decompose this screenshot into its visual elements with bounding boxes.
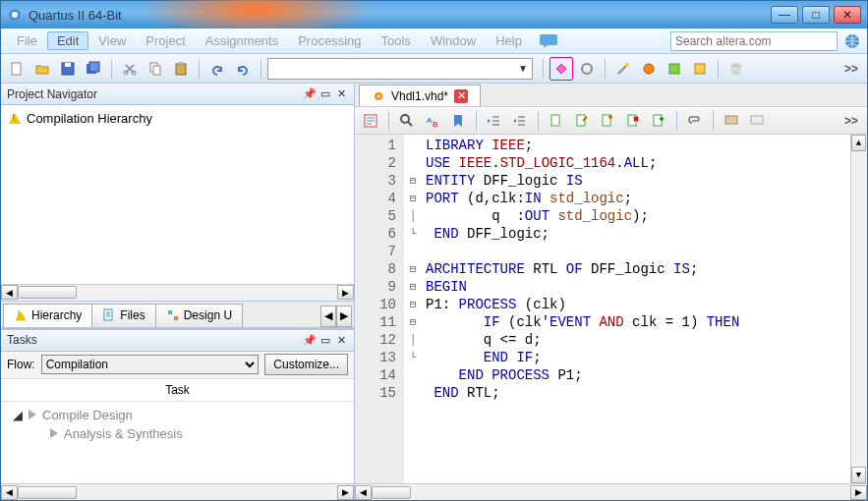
warning-icon — [9, 113, 21, 124]
save-all-button[interactable] — [82, 57, 105, 81]
cut-button[interactable] — [118, 57, 142, 81]
magic-wand-button[interactable] — [611, 57, 635, 81]
undo-button[interactable] — [205, 57, 229, 81]
editor-pane: Vhdl1.vhd* ✕ AB — [355, 84, 867, 500]
scroll-thumb[interactable] — [18, 286, 77, 299]
search-input[interactable] — [670, 31, 838, 51]
report-icon[interactable] — [359, 109, 382, 133]
scroll-left-icon[interactable]: ◀ — [355, 485, 372, 500]
pin-icon[interactable]: 📌 — [303, 87, 317, 101]
svg-point-1 — [12, 12, 18, 18]
menu-project[interactable]: Project — [136, 31, 195, 50]
svg-rect-11 — [153, 66, 160, 75]
open-button[interactable] — [30, 57, 54, 81]
editor-tab-vhdl1[interactable]: Vhdl1.vhd* ✕ — [359, 84, 481, 106]
dock-icon[interactable]: ▭ — [318, 333, 332, 347]
scroll-right-icon[interactable]: ▶ — [337, 485, 354, 500]
analyze-button[interactable] — [575, 57, 599, 81]
warning-icon — [15, 309, 26, 320]
nav-hscroll[interactable]: ◀ ▶ — [1, 284, 354, 301]
tasks-title: Tasks — [7, 333, 37, 347]
comment-icon[interactable] — [720, 109, 743, 133]
scroll-down-icon[interactable]: ▼ — [851, 467, 866, 483]
panel-close-icon[interactable]: ✕ — [334, 333, 348, 347]
scroll-thumb[interactable] — [372, 486, 411, 499]
bookmark-icon[interactable] — [446, 109, 470, 133]
find-icon[interactable] — [395, 109, 419, 133]
minimize-button[interactable]: — — [771, 6, 798, 24]
editor-toolbar-overflow[interactable]: >> — [839, 109, 863, 133]
tasks-header: Tasks 📌 ▭ ✕ — [1, 330, 354, 352]
scroll-up-icon[interactable]: ▲ — [851, 135, 866, 151]
play-icon — [50, 428, 58, 438]
customize-button[interactable]: Customize... — [264, 354, 348, 375]
outdent-icon[interactable] — [483, 109, 506, 133]
separator — [388, 111, 389, 131]
template-add-icon[interactable] — [647, 109, 670, 133]
menu-window[interactable]: Window — [421, 31, 486, 50]
svg-rect-5 — [65, 63, 71, 67]
scroll-right-icon[interactable]: ▶ — [850, 485, 867, 500]
template2-icon[interactable] — [570, 109, 594, 133]
globe-icon[interactable] — [843, 32, 861, 50]
svg-rect-13 — [179, 62, 183, 65]
tab-close-icon[interactable]: ✕ — [454, 89, 468, 103]
uncomment-icon[interactable] — [745, 109, 769, 133]
device-combo[interactable]: ▼ — [267, 58, 533, 80]
separator — [199, 59, 200, 79]
tab-design-units[interactable]: Design U — [155, 304, 243, 327]
tabs-scroll-left[interactable]: ◀ — [320, 306, 336, 327]
task-compile-design[interactable]: ◢ Compile Design — [11, 406, 344, 424]
menu-tools[interactable]: Tools — [372, 31, 421, 50]
scroll-left-icon[interactable]: ◀ — [1, 485, 18, 500]
attach-icon[interactable] — [683, 109, 707, 133]
copy-button[interactable] — [144, 57, 167, 81]
tasks-hscroll[interactable]: ◀ ▶ — [1, 483, 354, 500]
replace-icon[interactable]: AB — [421, 109, 444, 133]
navigator-body: Compilation Hierarchy — [1, 105, 354, 284]
redo-button[interactable] — [231, 57, 255, 81]
main-toolbar: ▼ STOP >> — [1, 54, 867, 84]
separator — [543, 59, 544, 79]
task-analysis-synthesis[interactable]: Analysis & Synthesis — [11, 424, 344, 443]
stop-button[interactable]: STOP — [724, 57, 748, 81]
code-text[interactable]: LIBRARY IEEE; USE IEEE.STD_LOGIC_1164.AL… — [422, 135, 850, 483]
app-window: Quartus II 64-Bit — □ ✕ FileEditViewProj… — [0, 0, 868, 501]
maximize-button[interactable]: □ — [802, 6, 830, 24]
tabs-scroll-right[interactable]: ▶ — [336, 306, 352, 327]
scroll-left-icon[interactable]: ◀ — [1, 285, 18, 300]
flow-select[interactable]: Compilation — [41, 355, 260, 374]
dock-icon[interactable]: ▭ — [318, 87, 332, 101]
menu-help[interactable]: Help — [486, 31, 532, 50]
menu-view[interactable]: View — [88, 31, 136, 50]
tab-files[interactable]: Files — [91, 304, 155, 327]
panel-close-icon[interactable]: ✕ — [334, 87, 348, 101]
paste-button[interactable] — [169, 57, 193, 81]
toolbar-overflow[interactable]: >> — [839, 57, 863, 81]
compile-button[interactable] — [550, 57, 573, 81]
menu-processing[interactable]: Processing — [288, 31, 371, 50]
save-button[interactable] — [56, 57, 80, 81]
scroll-thumb[interactable] — [18, 486, 77, 499]
pin-planner-button[interactable] — [688, 57, 712, 81]
tab-hierarchy[interactable]: Hierarchy — [3, 304, 92, 327]
editor-hscroll[interactable]: ◀ ▶ — [355, 483, 867, 500]
menu-assignments[interactable]: Assignments — [196, 31, 288, 50]
menu-edit[interactable]: Edit — [47, 31, 88, 50]
timing-button[interactable] — [637, 57, 661, 81]
new-file-button[interactable] — [5, 57, 29, 81]
template3-icon[interactable] — [596, 109, 619, 133]
pin-icon[interactable]: 📌 — [303, 333, 317, 347]
compilation-hierarchy-item[interactable]: Compilation Hierarchy — [5, 109, 350, 128]
indent-icon[interactable] — [508, 109, 532, 133]
editor-tabs: Vhdl1.vhd* ✕ — [355, 84, 867, 107]
help-bubble-icon[interactable] — [540, 31, 559, 51]
scroll-right-icon[interactable]: ▶ — [337, 285, 354, 300]
svg-point-27 — [401, 115, 409, 123]
close-button[interactable]: ✕ — [834, 6, 861, 24]
chip-planner-button[interactable] — [663, 57, 686, 81]
editor-vscroll[interactable]: ▲ ▼ — [850, 135, 867, 483]
template-del-icon[interactable] — [621, 109, 645, 133]
template-icon[interactable] — [545, 109, 568, 133]
menu-file[interactable]: File — [7, 31, 47, 50]
